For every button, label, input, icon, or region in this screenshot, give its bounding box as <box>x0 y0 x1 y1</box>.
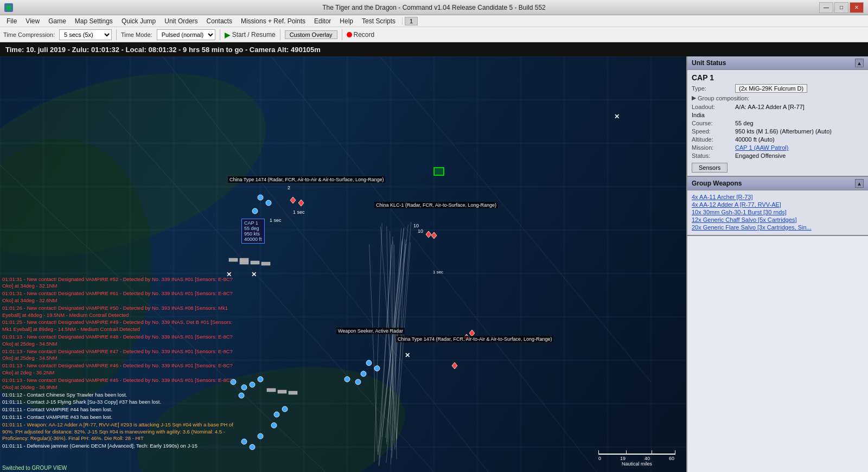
altitude-value: 40000 ft <box>735 136 757 143</box>
unit-status-content: CAP 1 Type: (2x MiG-29K Fulcrum D) ▶ Gro… <box>687 70 868 176</box>
mission-label: Mission: <box>692 144 735 151</box>
record-label: Record <box>354 31 375 39</box>
mission-row: Mission: CAP 1 (AAW Patrol) <box>692 144 864 151</box>
toolbar: Time Compression: 5 secs (5x) 1 sec (1x)… <box>0 27 868 42</box>
menu-help[interactable]: Help <box>335 16 358 26</box>
app-icon <box>4 3 13 12</box>
altitude-mode: (Auto) <box>758 136 775 143</box>
toolbar-sep-2 <box>220 29 220 40</box>
custom-overlay-button[interactable]: Custom Overlay <box>285 30 337 39</box>
country-value: India <box>692 112 705 118</box>
altitude-label: Altitude: <box>692 136 735 143</box>
course-label: Course: <box>692 120 735 126</box>
group-weapons-title: Group Weapons <box>692 180 742 187</box>
type-label: Type: <box>692 85 735 92</box>
loadout-label: Loadout: <box>692 104 735 110</box>
unit-name: CAP 1 <box>692 73 864 82</box>
menu-view[interactable]: View <box>21 16 44 26</box>
time-compression-select[interactable]: 5 secs (5x) 1 sec (1x) 15 secs (15x) 30 … <box>59 29 112 40</box>
scale-labels: 0 19 40 60 <box>598 456 674 461</box>
menu-unit-orders[interactable]: Unit Orders <box>160 16 202 26</box>
record-button[interactable]: Record <box>347 31 375 39</box>
weapon-item-4[interactable]: 20x Generic Flare Salvo [3x Cartridges, … <box>692 224 864 231</box>
group-weapons-collapse-btn[interactable]: ▲ <box>855 179 864 188</box>
map-area[interactable]: China Type 1474 (Radar, FCR, Air-to-Air … <box>0 56 686 472</box>
scale-label-2: 40 <box>644 456 650 461</box>
group-comp-toggle[interactable]: ▶ Group composition: <box>692 94 864 101</box>
close-button[interactable]: ✕ <box>850 2 864 13</box>
minimize-button[interactable]: — <box>819 2 833 13</box>
scale-line-2 <box>627 454 652 455</box>
menu-quick-jump[interactable]: Quick Jump <box>117 16 160 26</box>
time-mode-select[interactable]: Pulsed (normal) Continuous <box>157 29 215 40</box>
group-weapons-header: Group Weapons ▲ <box>687 177 868 190</box>
weapon-item-1[interactable]: 4x AA-12 Adder A [R-77, RVV-AE] <box>692 201 864 208</box>
status-label: Status: <box>692 152 735 159</box>
map-canvas <box>0 56 686 472</box>
toolbar-sep-1 <box>116 29 117 40</box>
unit-status-header: Unit Status ▲ <box>687 56 868 70</box>
play-icon: ▶ <box>225 30 231 39</box>
main-layout: China Type 1474 (Radar, FCR, Air-to-Air … <box>0 56 868 472</box>
scale-tick-3 <box>675 450 675 455</box>
course-value: 55 deg <box>735 120 754 126</box>
menu-game[interactable]: Game <box>44 16 71 26</box>
right-panel: Unit Status ▲ CAP 1 Type: (2x MiG-29K Fu… <box>686 56 868 472</box>
status-row: Status: Engaged Offensive <box>692 152 864 159</box>
speed-mode: (Auto) <box>815 128 832 135</box>
menu-test-scripts[interactable]: Test Scripts <box>358 16 400 26</box>
menu-separator <box>402 17 403 25</box>
unit-status-section: Unit Status ▲ CAP 1 Type: (2x MiG-29K Fu… <box>687 56 868 177</box>
window-title: The Tiger and the Dragon - Command v1.04… <box>322 4 546 11</box>
scale-label-0: 0 <box>598 456 601 461</box>
title-bar: The Tiger and the Dragon - Command v1.04… <box>0 0 868 15</box>
type-value[interactable]: (2x MiG-29K Fulcrum D) <box>735 84 807 93</box>
speed-label: Speed: <box>692 128 735 135</box>
menu-bar: File View Game Map Settings Quick Jump U… <box>0 15 868 27</box>
loadout-row: Loadout: A/A: AA-12 Adder A [R-77] <box>692 104 864 110</box>
chevron-icon: ▶ <box>692 94 696 101</box>
loadout-value: A/A: AA-12 Adder A [R-77] <box>735 104 805 110</box>
unit-type-row: Type: (2x MiG-29K Fulcrum D) <box>692 84 864 93</box>
scale-line-3 <box>652 454 675 455</box>
status-bottom: Switched to GROUP VIEW <box>2 465 67 471</box>
status-value: Engaged Offensive <box>735 152 786 159</box>
toolbar-sep-4 <box>342 29 342 40</box>
start-resume-label: Start / Resume <box>232 31 276 39</box>
menu-editor[interactable]: Editor <box>310 16 335 26</box>
group-comp-label: Group composition: <box>698 95 749 101</box>
menu-map-settings[interactable]: Map Settings <box>71 16 117 26</box>
menu-contacts[interactable]: Contacts <box>202 16 237 26</box>
time-status-text: Time: 10. juli 2019 - Zulu: 01:01:32 - L… <box>5 46 321 54</box>
sensors-button[interactable]: Sensors <box>692 163 727 173</box>
scale-label-3: 60 <box>669 456 674 461</box>
country-row: India <box>692 112 864 118</box>
weapons-content: 4x AA-11 Archer [R-73]4x AA-12 Adder A [… <box>687 190 868 235</box>
weapon-item-3[interactable]: 12x Generic Chaff Salvo [5x Cartridges] <box>692 216 864 223</box>
speed-row: Speed: 950 kts (M 1.66) (Afterburner) (A… <box>692 128 864 135</box>
altitude-row: Altitude: 40000 ft (Auto) <box>692 136 864 143</box>
start-resume-button[interactable]: ▶ Start / Resume <box>225 30 276 39</box>
weapon-item-2[interactable]: 10x 30mm Gsh-30-1 Burst [30 rnds] <box>692 209 864 215</box>
menu-file[interactable]: File <box>2 16 21 26</box>
maximize-button[interactable]: □ <box>834 2 848 13</box>
window-controls: — □ ✕ <box>819 2 864 13</box>
scale-line-1 <box>599 454 626 455</box>
group-weapons-section: Group Weapons ▲ 4x AA-11 Archer [R-73]4x… <box>687 177 868 236</box>
scenario-tab[interactable]: 1 <box>405 17 418 25</box>
course-row: Course: 55 deg <box>692 120 864 126</box>
time-mode-label: Time Mode: <box>121 31 152 38</box>
toolbar-sep-3 <box>280 29 280 40</box>
scale-bar: 0 19 40 60 Nautical miles <box>598 450 675 467</box>
mission-link[interactable]: CAP 1 (AAW Patrol) <box>735 144 788 151</box>
svg-point-0 <box>6 5 11 10</box>
scale-label-1: 19 <box>620 456 626 461</box>
unit-status-collapse-btn[interactable]: ▲ <box>855 59 864 67</box>
record-dot-icon <box>347 32 352 37</box>
menu-missions-ref[interactable]: Missions + Ref. Points <box>237 16 310 26</box>
unit-status-title: Unit Status <box>692 59 726 67</box>
scale-unit-label: Nautical miles <box>598 461 675 467</box>
speed-value: 950 kts (M 1.66) (Afterburner) <box>735 128 814 135</box>
weapon-item-0[interactable]: 4x AA-11 Archer [R-73] <box>692 194 864 200</box>
time-status-bar: Time: 10. juli 2019 - Zulu: 01:01:32 - L… <box>0 42 868 56</box>
